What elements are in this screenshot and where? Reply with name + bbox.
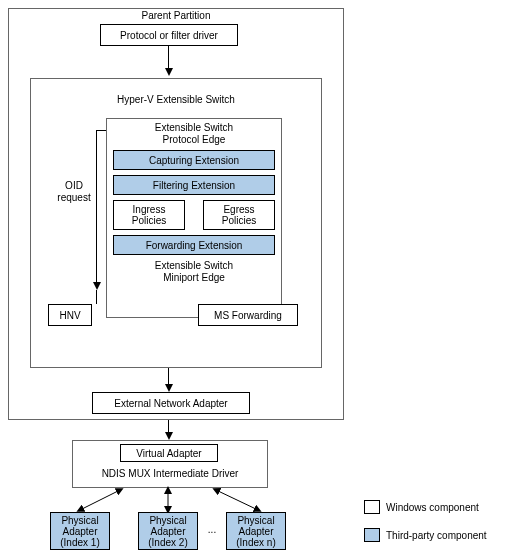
physical-adapter-1-box: Physical Adapter (Index 1): [50, 512, 110, 550]
physical-adapter-n-label: Physical Adapter (Index n): [236, 515, 275, 548]
physical-adapter-n-box: Physical Adapter (Index n): [226, 512, 286, 550]
legend-thirdparty-label: Third-party component: [386, 530, 506, 541]
physical-adapter-2-box: Physical Adapter (Index 2): [138, 512, 198, 550]
legend-windows-swatch: [364, 500, 380, 514]
physical-adapter-ellipsis: ...: [202, 524, 222, 535]
arrow-mux-to-phys1: [0, 0, 511, 555]
legend-thirdparty-swatch: [364, 528, 380, 542]
physical-adapter-2-label: Physical Adapter (Index 2): [148, 515, 187, 548]
svg-line-2: [216, 490, 258, 510]
physical-adapter-1-label: Physical Adapter (Index 1): [60, 515, 99, 548]
legend-windows-label: Windows component: [386, 502, 506, 513]
svg-line-0: [80, 490, 120, 510]
